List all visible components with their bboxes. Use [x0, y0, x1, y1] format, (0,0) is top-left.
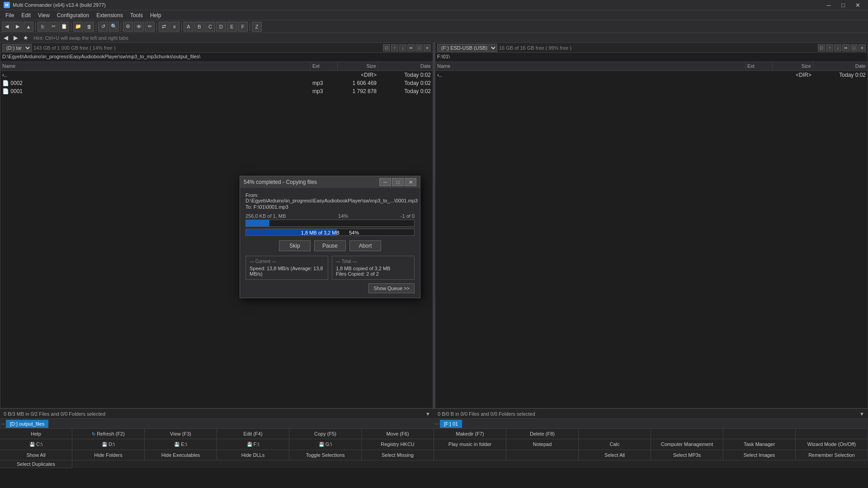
left-panel-btn1[interactable]: ⬡: [383, 44, 390, 52]
tb-up[interactable]: ▲: [24, 22, 33, 32]
fn-delete[interactable]: Delete (F8): [506, 429, 579, 439]
tb-cut[interactable]: ✂: [48, 22, 58, 32]
fn-makedir[interactable]: Makedir (F7): [434, 429, 506, 439]
tb-c[interactable]: C: [205, 22, 215, 32]
tb-back[interactable]: ◀: [2, 22, 12, 32]
nav-back[interactable]: ◀: [2, 34, 10, 42]
dialog-maximize-button[interactable]: □: [392, 178, 404, 186]
left-drive-select[interactable]: (D:) tar: [2, 44, 32, 52]
maximize-button[interactable]: □: [836, 0, 850, 10]
fn-calc[interactable]: Calc: [579, 439, 651, 450]
dialog-minimize-button[interactable]: ─: [379, 178, 391, 186]
fn-wizard[interactable]: Wizard Mode (On/Off): [796, 439, 868, 450]
dialog-title-bar[interactable]: 54% completed - Copying files ─ □ ✕: [240, 176, 420, 188]
menu-view[interactable]: View: [34, 11, 53, 19]
right-path-bar[interactable]: F:\01\: [435, 53, 868, 62]
left-path-bar[interactable]: D:\Egyeb\Arduino\in_progress\EasyAudiobo…: [0, 53, 433, 62]
fn-help[interactable]: Help: [0, 429, 72, 439]
fn-drive-d[interactable]: 💾 D:\: [72, 439, 145, 450]
fn-remember-sel[interactable]: Remember Selection: [796, 450, 868, 460]
tb-b[interactable]: B: [194, 22, 204, 32]
right-panel-btn3[interactable]: ↓: [834, 44, 841, 52]
tb-e[interactable]: E: [227, 22, 237, 32]
abort-button[interactable]: Abort: [349, 240, 381, 251]
right-tab-active[interactable]: [F:] 01: [440, 420, 462, 428]
tb-sync[interactable]: ⇄: [159, 22, 169, 32]
left-panel-btn3[interactable]: ↓: [399, 44, 406, 52]
fn-hide-folders[interactable]: Hide Folders: [72, 450, 145, 460]
menu-edit[interactable]: Edit: [18, 11, 34, 19]
fn-copy[interactable]: Copy (F5): [289, 429, 362, 439]
fn-select-mp3[interactable]: Select MP3s: [651, 450, 723, 460]
menu-tools[interactable]: Tools: [127, 11, 146, 19]
tb-paste[interactable]: 📋: [59, 22, 69, 32]
fn-edit[interactable]: Edit (F4): [217, 429, 289, 439]
tb-forward[interactable]: ▶: [13, 22, 23, 32]
nav-forward[interactable]: ▶: [12, 34, 20, 42]
fn-move[interactable]: Move (F6): [362, 429, 434, 439]
fn-toggle-sel[interactable]: Toggle Selections: [289, 450, 362, 460]
skip-button[interactable]: Skip: [279, 240, 311, 251]
fn-select-missing[interactable]: Select Missing: [362, 450, 434, 460]
fn-select-images[interactable]: Select Images: [723, 450, 796, 460]
tb-refresh[interactable]: ↺: [98, 22, 108, 32]
fn-drive-f[interactable]: 💾 F:\: [217, 439, 289, 450]
fn-drive-g[interactable]: 💾 G:\: [289, 439, 362, 450]
dialog-close-button[interactable]: ✕: [405, 178, 416, 186]
fn-select-all[interactable]: Select All: [579, 450, 651, 460]
fn-drive-e[interactable]: 💾 E:\: [145, 439, 217, 450]
file-ext: mp3: [311, 87, 338, 95]
list-item[interactable]: ‹.. <DIR> Today 0:02: [435, 71, 868, 79]
menu-help[interactable]: Help: [146, 11, 165, 19]
fn-show-all[interactable]: Show All: [0, 450, 72, 460]
list-item[interactable]: 📄 0002 mp3 1 606 469 Today 0:02: [0, 79, 433, 87]
tb-copy[interactable]: ⎘: [38, 22, 47, 32]
fn-music[interactable]: Play music in folder: [434, 439, 506, 450]
tb-settings[interactable]: ⚙: [123, 22, 133, 32]
pause-button[interactable]: Pause: [314, 240, 346, 251]
tb-compare[interactable]: ≡: [170, 22, 179, 32]
right-panel-btn2[interactable]: ↑: [826, 44, 833, 52]
tb-find[interactable]: 🔍: [109, 22, 119, 32]
fn-drive-c[interactable]: 💾 C:\: [0, 439, 72, 450]
tb-new-folder[interactable]: 📁: [73, 22, 83, 32]
left-panel-btn5[interactable]: □: [415, 44, 423, 52]
left-tab-active[interactable]: [D:] output_files: [6, 420, 48, 428]
menu-configuration[interactable]: Configuration: [53, 11, 93, 19]
fn-hide-exec[interactable]: Hide Executables: [145, 450, 217, 460]
left-panel-btn4[interactable]: ⇔: [407, 44, 415, 52]
tb-z[interactable]: Z: [252, 22, 262, 32]
right-panel-btn5[interactable]: □: [850, 44, 858, 52]
close-button[interactable]: ✕: [851, 0, 864, 10]
file-date: Today 0:02: [378, 87, 433, 95]
tb-edit[interactable]: ✏: [145, 22, 155, 32]
left-panel-btn2[interactable]: ↑: [391, 44, 398, 52]
file-of-text: -1 of 0: [401, 213, 415, 219]
right-panel-btn4[interactable]: ⇔: [842, 44, 849, 52]
fn-view[interactable]: View (F3): [145, 429, 217, 439]
fn-registry[interactable]: Registry HKCU: [362, 439, 434, 450]
fn-hide-dlls[interactable]: Hide DLLs: [217, 450, 289, 460]
stats-row: — Current — Speed: 13,8 MB/s (Average: 1…: [245, 256, 415, 280]
tb-d[interactable]: D: [216, 22, 226, 32]
list-item[interactable]: ‹.. <DIR> Today 0:02: [0, 71, 433, 79]
right-drive-select[interactable]: (F:) ESD-USB (USB): [437, 44, 497, 52]
tb-delete[interactable]: 🗑: [84, 22, 94, 32]
menu-file[interactable]: File: [2, 11, 18, 19]
show-queue-button[interactable]: Show Queue >>: [368, 283, 415, 293]
fn-select-dup[interactable]: Select Duplicates: [0, 460, 72, 468]
list-item[interactable]: 📄 0001 mp3 1 792 878 Today 0:02: [0, 87, 433, 95]
tb-f[interactable]: F: [238, 22, 248, 32]
right-panel-btn1[interactable]: ⬡: [818, 44, 825, 52]
tb-view[interactable]: 👁: [134, 22, 144, 32]
menu-extensions[interactable]: Extensions: [93, 11, 127, 19]
fn-comp-mgmt[interactable]: Computer Management: [651, 439, 723, 450]
left-panel-btn6[interactable]: ≡: [424, 44, 431, 52]
tb-a[interactable]: A: [184, 22, 193, 32]
minimize-button[interactable]: ─: [822, 0, 835, 10]
right-panel-btn6[interactable]: ≡: [859, 44, 866, 52]
nav-favorite[interactable]: ★: [22, 34, 30, 42]
fn-refresh[interactable]: ↻ Refresh (F2): [72, 429, 145, 439]
fn-task-mgr[interactable]: Task Manager: [723, 439, 796, 450]
fn-notepad[interactable]: Notepad: [506, 439, 579, 450]
